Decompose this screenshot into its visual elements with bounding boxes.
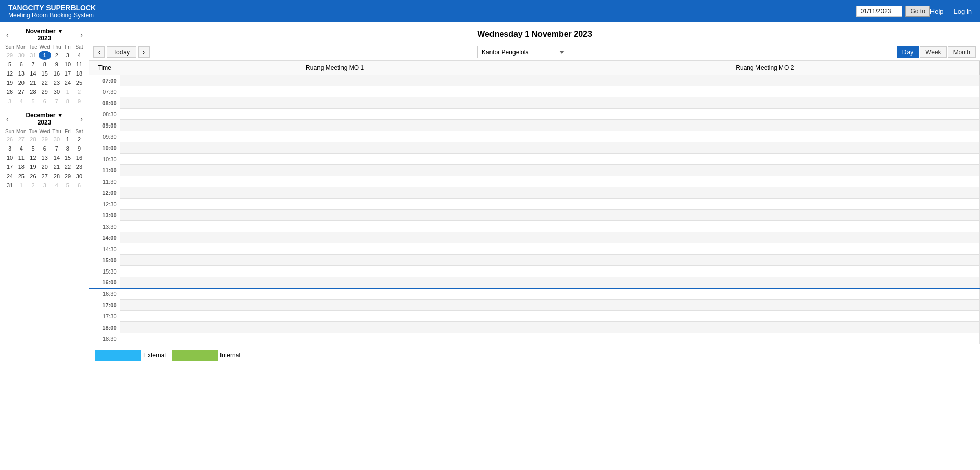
nov-day-cell[interactable]: 29 bbox=[39, 87, 51, 96]
booking-cell[interactable] bbox=[120, 277, 550, 288]
booking-cell[interactable] bbox=[120, 165, 550, 176]
booking-cell[interactable] bbox=[550, 266, 979, 277]
dec-day-cell[interactable]: 2 bbox=[27, 181, 38, 190]
dec-day-cell[interactable]: 18 bbox=[15, 162, 27, 171]
view-month-btn[interactable]: Month bbox=[948, 46, 976, 58]
nov-day-cell[interactable]: 4 bbox=[74, 51, 85, 60]
nov-day-cell[interactable]: 8 bbox=[39, 60, 51, 69]
booking-cell[interactable] bbox=[120, 176, 550, 187]
booking-cell[interactable] bbox=[550, 210, 979, 221]
dec-day-cell[interactable]: 19 bbox=[27, 162, 38, 171]
booking-cell[interactable] bbox=[120, 300, 550, 311]
booking-cell[interactable] bbox=[120, 232, 550, 243]
booking-cell[interactable] bbox=[550, 255, 979, 266]
booking-cell[interactable] bbox=[120, 333, 550, 344]
nov-day-cell[interactable]: 1 bbox=[62, 87, 74, 96]
booking-cell[interactable] bbox=[550, 322, 979, 333]
today-btn[interactable]: Today bbox=[107, 46, 136, 58]
prev-day-btn[interactable]: ‹ bbox=[93, 46, 105, 58]
booking-cell[interactable] bbox=[120, 266, 550, 277]
nov-day-cell[interactable]: 15 bbox=[39, 69, 51, 78]
booking-cell[interactable] bbox=[550, 176, 979, 187]
nov-day-cell[interactable]: 30 bbox=[15, 51, 27, 60]
dec-day-cell[interactable]: 6 bbox=[39, 144, 51, 153]
help-link[interactable]: Help bbox=[930, 8, 944, 15]
booking-cell[interactable] bbox=[550, 109, 979, 120]
booking-cell[interactable] bbox=[550, 199, 979, 210]
nov-day-cell[interactable]: 5 bbox=[4, 60, 15, 69]
booking-cell[interactable] bbox=[120, 255, 550, 266]
booking-cell[interactable] bbox=[550, 333, 979, 344]
dec-day-cell[interactable]: 21 bbox=[51, 162, 62, 171]
dec-day-cell[interactable]: 11 bbox=[15, 153, 27, 162]
booking-cell[interactable] bbox=[550, 300, 979, 311]
nov-day-cell[interactable]: 18 bbox=[74, 69, 85, 78]
booking-cell[interactable] bbox=[550, 243, 979, 255]
dec-prev-btn[interactable]: ‹ bbox=[4, 115, 11, 123]
nov-next-btn[interactable]: › bbox=[78, 31, 85, 39]
booking-cell[interactable] bbox=[550, 288, 979, 300]
dec-day-cell[interactable]: 29 bbox=[62, 171, 74, 181]
booking-cell[interactable] bbox=[120, 221, 550, 232]
booking-cell[interactable] bbox=[550, 131, 979, 142]
dec-day-cell[interactable]: 7 bbox=[51, 144, 62, 153]
booking-cell[interactable] bbox=[550, 277, 979, 288]
booking-cell[interactable] bbox=[120, 322, 550, 333]
nov-day-cell[interactable]: 26 bbox=[4, 87, 15, 96]
dec-day-cell[interactable]: 4 bbox=[15, 144, 27, 153]
dec-day-cell[interactable]: 14 bbox=[51, 153, 62, 162]
nov-day-cell[interactable]: 1 bbox=[39, 51, 51, 60]
dec-day-cell[interactable]: 30 bbox=[51, 135, 62, 144]
nov-day-cell[interactable]: 2 bbox=[51, 51, 62, 60]
dec-day-cell[interactable]: 27 bbox=[15, 135, 27, 144]
booking-cell[interactable] bbox=[120, 109, 550, 120]
nov-day-cell[interactable]: 24 bbox=[62, 78, 74, 87]
view-week-btn[interactable]: Week bbox=[920, 46, 946, 58]
dec-day-cell[interactable]: 26 bbox=[27, 171, 38, 181]
booking-cell[interactable] bbox=[120, 288, 550, 300]
dec-day-cell[interactable]: 1 bbox=[15, 181, 27, 190]
nov-day-cell[interactable]: 22 bbox=[39, 78, 51, 87]
booking-cell[interactable] bbox=[120, 131, 550, 142]
dec-day-cell[interactable]: 17 bbox=[4, 162, 15, 171]
booking-cell[interactable] bbox=[550, 86, 979, 97]
nov-day-cell[interactable]: 25 bbox=[74, 78, 85, 87]
booking-cell[interactable] bbox=[550, 187, 979, 199]
dec-day-cell[interactable]: 9 bbox=[74, 144, 85, 153]
room-select[interactable]: Kantor Pengelola bbox=[477, 46, 569, 58]
booking-cell[interactable] bbox=[120, 187, 550, 199]
date-input[interactable] bbox=[856, 6, 902, 17]
booking-cell[interactable] bbox=[120, 311, 550, 322]
nov-prev-btn[interactable]: ‹ bbox=[4, 31, 11, 39]
booking-cell[interactable] bbox=[550, 154, 979, 165]
nov-day-cell[interactable]: 8 bbox=[62, 96, 74, 106]
nov-day-cell[interactable]: 11 bbox=[74, 60, 85, 69]
booking-cell[interactable] bbox=[120, 243, 550, 255]
nov-day-cell[interactable]: 31 bbox=[27, 51, 38, 60]
nov-day-cell[interactable]: 29 bbox=[4, 51, 15, 60]
dec-day-cell[interactable]: 5 bbox=[62, 181, 74, 190]
dec-day-cell[interactable]: 28 bbox=[27, 135, 38, 144]
nov-day-cell[interactable]: 6 bbox=[39, 96, 51, 106]
nov-day-cell[interactable]: 2 bbox=[74, 87, 85, 96]
nov-day-cell[interactable]: 12 bbox=[4, 69, 15, 78]
dec-day-cell[interactable]: 6 bbox=[74, 181, 85, 190]
dec-day-cell[interactable]: 20 bbox=[39, 162, 51, 171]
dec-next-btn[interactable]: › bbox=[78, 115, 85, 123]
booking-cell[interactable] bbox=[120, 97, 550, 109]
dec-day-cell[interactable]: 16 bbox=[74, 153, 85, 162]
booking-cell[interactable] bbox=[120, 120, 550, 131]
dec-day-cell[interactable]: 25 bbox=[15, 171, 27, 181]
dec-day-cell[interactable]: 15 bbox=[62, 153, 74, 162]
nov-day-cell[interactable]: 23 bbox=[51, 78, 62, 87]
nov-day-cell[interactable]: 21 bbox=[27, 78, 38, 87]
dec-day-cell[interactable]: 8 bbox=[62, 144, 74, 153]
booking-cell[interactable] bbox=[120, 199, 550, 210]
booking-cell[interactable] bbox=[120, 142, 550, 154]
nov-day-cell[interactable]: 9 bbox=[74, 96, 85, 106]
dec-day-cell[interactable]: 10 bbox=[4, 153, 15, 162]
booking-cell[interactable] bbox=[550, 97, 979, 109]
nov-day-cell[interactable]: 4 bbox=[15, 96, 27, 106]
dec-day-cell[interactable]: 29 bbox=[39, 135, 51, 144]
booking-cell[interactable] bbox=[550, 120, 979, 131]
